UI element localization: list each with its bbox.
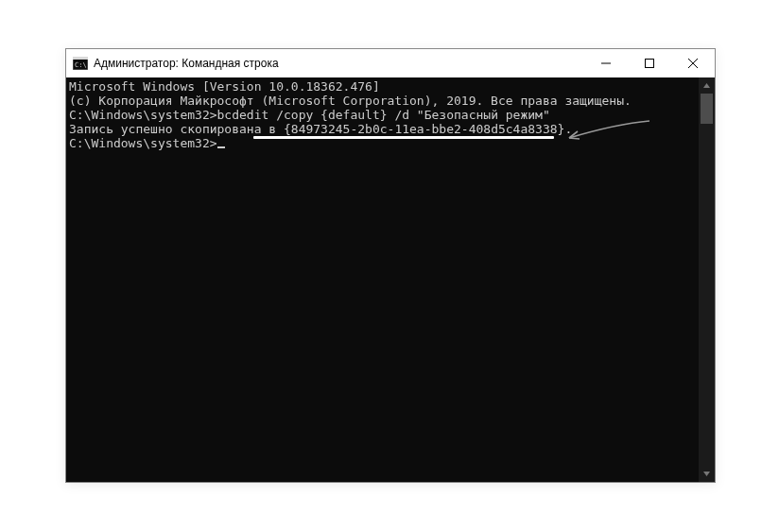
vertical-scrollbar[interactable] <box>699 77 715 482</box>
command-text: bcdedit /copy {default} /d "Безопасный р… <box>217 108 550 122</box>
client-area: Microsoft Windows [Version 10.0.18362.47… <box>66 77 715 482</box>
annotation-underline <box>253 136 554 139</box>
scroll-down-button[interactable] <box>699 466 715 482</box>
svg-rect-4 <box>646 60 654 68</box>
cmd-window: C:\ Администратор: Командная строка Micr… <box>65 48 716 483</box>
output-line: (c) Корпорация Майкрософт (Microsoft Cor… <box>69 94 695 108</box>
result-prefix: Запись успешно скопирована в <box>69 122 284 136</box>
svg-rect-1 <box>73 57 88 60</box>
scroll-up-button[interactable] <box>699 77 715 94</box>
prompt-path: C:\Windows\system32> <box>69 136 217 150</box>
window-title: Администратор: Командная строка <box>94 57 279 70</box>
cmd-icon: C:\ <box>73 56 88 71</box>
titlebar[interactable]: C:\ Администратор: Командная строка <box>66 49 715 77</box>
terminal-output[interactable]: Microsoft Windows [Version 10.0.18362.47… <box>66 77 699 482</box>
text-cursor <box>217 146 225 148</box>
maximize-button[interactable] <box>628 49 671 77</box>
minimize-button[interactable] <box>584 49 628 77</box>
output-line: C:\Windows\system32>bcdedit /copy {defau… <box>69 108 695 122</box>
output-line: Microsoft Windows [Version 10.0.18362.47… <box>69 79 695 94</box>
result-suffix: . <box>564 122 572 136</box>
prompt-path: C:\Windows\system32> <box>69 108 217 122</box>
close-button[interactable] <box>671 49 715 77</box>
result-guid: {84973245-2b0c-11ea-bbe2-408d5c4a8338} <box>284 122 564 136</box>
output-line: Запись успешно скопирована в {84973245-2… <box>69 122 695 136</box>
scroll-thumb[interactable] <box>701 94 713 124</box>
svg-text:C:\: C:\ <box>75 61 87 69</box>
